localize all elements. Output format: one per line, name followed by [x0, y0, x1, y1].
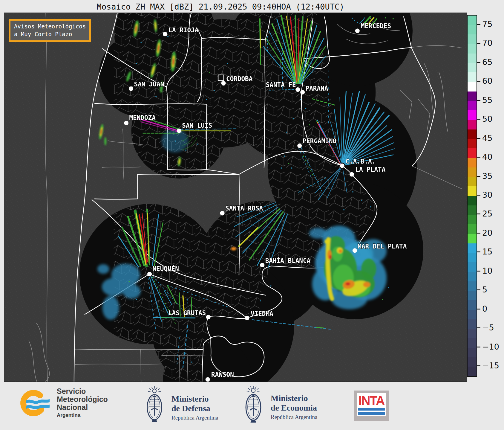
colorbar-tick-label: 65 — [482, 57, 492, 67]
colorbar-tick-label: 35 — [482, 171, 492, 181]
city-dot — [297, 144, 302, 148]
city-dot — [340, 164, 344, 168]
colorbar-tick-label: 55 — [482, 95, 492, 105]
city-dot — [350, 172, 354, 177]
page-title: Mosaico ZH MAX [dBZ] 21.09.2025 09:40HOA… — [4, 2, 437, 11]
city-dot — [163, 32, 167, 36]
city-label: PARANÁ — [306, 85, 328, 92]
city-dot — [129, 86, 133, 91]
inta-wordmark: INTA — [357, 394, 386, 408]
city-label: SAN JUAN — [134, 81, 164, 88]
city-label: LAS GRUTAS — [168, 309, 206, 317]
radar-mosaic-page: Mosaico ZH MAX [dBZ] 21.09.2025 09:40HOA… — [0, 0, 504, 430]
city-dot — [300, 90, 305, 94]
economia-logo: Ministerio de Economía República Argenti… — [241, 385, 317, 425]
city-label: C.A.B.A. — [345, 158, 376, 165]
footer: Servicio Meteorológico Nacional Argentin… — [0, 382, 504, 430]
city-label: MERCEDES — [361, 22, 391, 30]
city-label: NEUQUÉN — [152, 265, 179, 272]
city-label: BAHÍA BLANCA — [265, 257, 311, 264]
city-label: SANTA ROSA — [225, 205, 263, 212]
colorbar-tick-label: 0 — [482, 304, 487, 313]
city-label: VIEDMA — [251, 310, 273, 317]
dbz-colorbar-ticks: 757065605550454035302520151050−5−10−15 — [477, 15, 503, 377]
city-dot — [221, 81, 226, 86]
colorbar-tick-label: 10 — [482, 266, 492, 275]
colorbar-tick-label: 60 — [482, 76, 492, 86]
smn-name-4: Argentina — [57, 412, 108, 418]
smn-name-2: Meteorológico — [57, 395, 108, 403]
defensa-coat-of-arms — [143, 386, 166, 424]
smn-logo: Servicio Meteorológico Nacional Argentin… — [19, 387, 108, 419]
city-label: MENDOZA — [129, 114, 156, 121]
city-label: SANTA FE — [266, 81, 296, 89]
colorbar-tick-label: 45 — [482, 133, 492, 143]
warning-box[interactable]: Avisos Meteorológicos a Muy Corto Plazo — [9, 19, 91, 42]
smn-name-1: Servicio — [57, 387, 108, 395]
warning-line-1: Avisos Meteorológicos — [14, 22, 86, 30]
radar-map-svg: MERCEDESLA RIOJASAN JUANCÓRDOBASANTA FEP… — [4, 13, 467, 382]
city-label: LA PLATA — [355, 166, 385, 173]
city-dot — [295, 87, 300, 92]
defensa-line-1: Ministerio — [171, 394, 218, 404]
smn-name-3: Nacional — [57, 403, 108, 411]
colorbar-tick-label: 75 — [482, 19, 492, 29]
economia-line-2: de Economía — [271, 403, 317, 413]
colorbar-tick-label: 15 — [482, 247, 492, 256]
colorbar-tick-label: −10 — [482, 342, 499, 351]
city-dot — [353, 248, 357, 253]
colorbar-tick-label: 20 — [482, 228, 492, 237]
city-dot — [177, 129, 181, 133]
dbz-colorbar — [467, 15, 477, 377]
defensa-line-2: de Defensa — [171, 404, 218, 413]
colorbar-tick-label: 50 — [482, 114, 492, 123]
economia-coat-of-arms — [241, 385, 265, 425]
colorbar-tick-label: 40 — [482, 152, 492, 161]
city-dot — [124, 121, 128, 125]
city-label: PERGAMINO — [303, 138, 337, 145]
radar-map: MERCEDESLA RIOJASAN JUANCÓRDOBASANTA FEP… — [4, 13, 467, 382]
colorbar-tick-label: 70 — [482, 38, 492, 48]
city-label: RAWSON — [211, 371, 234, 378]
defensa-line-3: República Argentina — [171, 414, 218, 421]
colorbar-tick-label: 25 — [482, 209, 492, 218]
inta-logo: INTA — [354, 391, 389, 421]
city-label: LA RIOJA — [168, 27, 198, 34]
colorbar-tick-label: 5 — [482, 285, 487, 294]
city-dot — [260, 263, 264, 267]
city-dot — [220, 211, 225, 215]
colorbar-tick-label: −15 — [482, 361, 499, 370]
city-label: SAN LUIS — [182, 122, 212, 129]
smn-icon — [19, 387, 50, 419]
city-dot — [147, 272, 152, 276]
warning-line-2: a Muy Corto Plazo — [14, 30, 86, 38]
inta-logo-inner: INTA — [357, 393, 386, 416]
city-dot — [245, 316, 249, 320]
economia-line-1: Ministerio — [271, 394, 317, 403]
city-label: MAR DEL PLATA — [358, 243, 407, 250]
colorbar-tick-label: 30 — [482, 190, 492, 199]
city-dot — [206, 377, 210, 382]
inta-stripe-2 — [358, 412, 385, 415]
economia-line-3: República Argentina — [271, 414, 317, 420]
defensa-logo: Ministerio de Defensa República Argentin… — [143, 386, 218, 424]
city-label: CÓRDOBA — [226, 75, 253, 83]
city-dot — [355, 28, 360, 33]
echo-bahia-tip — [231, 247, 236, 251]
colorbar-tick-label: −5 — [482, 323, 494, 332]
city-dot — [206, 315, 211, 319]
inta-stripe-1 — [358, 408, 385, 411]
